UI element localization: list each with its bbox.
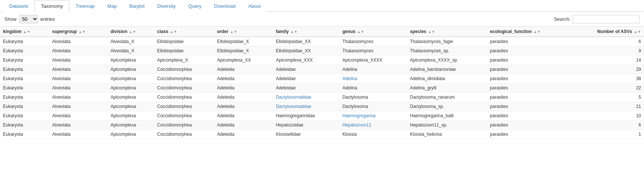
cell-order: Adeleida [214,121,273,130]
cell-genus[interactable]: Adelina [339,74,407,83]
cell-family: Adeleidae [273,83,339,93]
tab-download[interactable]: Download [208,0,242,12]
cell-family: Klossiellidae [273,130,339,139]
col-supergroup[interactable]: supergroup▲▼ [49,27,108,37]
header-row: kingdom▲▼supergroup▲▼division▲▼class▲▼or… [0,27,644,37]
cell-family: Adeleidae [273,74,339,83]
cell-kingdom: Eukaryota [0,111,49,121]
cell-kingdom: Eukaryota [0,74,49,83]
cell-kingdom: Eukaryota [0,130,49,139]
data-table: kingdom▲▼supergroup▲▼division▲▼class▲▼or… [0,26,644,139]
cell-species: Haemogregarina_balli [407,111,487,121]
table-body: EukaryotaAlveolataAlveolata_XEllobiopsid… [0,37,644,139]
table-row: EukaryotaAlveolataApicomplexaCoccidiomor… [0,93,644,102]
cell-asv_count: 10 [571,111,644,121]
cell-class: Apicomplexa_X [154,56,214,65]
cell-division: Apicomplexa [108,74,154,83]
show-label: Show [4,16,17,22]
cell-kingdom: Eukaryota [0,83,49,93]
cell-supergroup: Alveolata [49,121,108,130]
cell-genus[interactable]: Hepatozoon11 [339,121,407,130]
sort-icon: ▲▼ [533,30,541,34]
cell-supergroup: Alveolata [49,83,108,93]
cell-order: Adeleida [214,111,273,121]
cell-ecological_function: parasites [487,46,571,56]
cell-supergroup: Alveolata [49,65,108,74]
cell-kingdom: Eukaryota [0,102,49,111]
col-number-of-asvs[interactable]: Number of ASVs▲▼ [571,27,644,37]
table-row: EukaryotaAlveolataApicomplexaCoccidiomor… [0,65,644,74]
entries-select[interactable]: 102550100 [19,15,38,23]
cell-genus[interactable]: Haemogregarina [339,111,407,121]
cell-class: Coccidiomorphea [154,102,214,111]
cell-species: Adelina_dimidiata [407,74,487,83]
cell-order: Adeleida [214,83,273,93]
cell-supergroup: Alveolata [49,130,108,139]
cell-division: Apicomplexa [108,102,154,111]
tab-about[interactable]: About [242,0,267,12]
cell-class: Coccidiomorphea [154,65,214,74]
sort-icon: ▲▼ [428,30,435,34]
cell-species: Adelina_bambarooniae [407,65,487,74]
cell-asv_count: 38 [571,74,644,83]
col-division[interactable]: division▲▼ [108,27,154,37]
tab-query[interactable]: Query [182,0,207,12]
cell-family[interactable]: Dactylosomatidae [273,102,339,111]
col-order[interactable]: order▲▼ [214,27,273,37]
cell-species: Dactylosoma_sp. [407,102,487,111]
cell-species: Thalassomyces_fagei [407,37,487,46]
cell-ecological_function: parasites [487,65,571,74]
cell-division: Alveolata_X [108,46,154,56]
table-row: EukaryotaAlveolataApicomplexaCoccidiomor… [0,130,644,139]
cell-kingdom: Eukaryota [0,93,49,102]
cell-ecological_function: parasites [487,74,571,83]
cell-family[interactable]: Dactylosomatidae [273,93,339,102]
table-row: EukaryotaAlveolataAlveolata_XEllobiopsid… [0,37,644,46]
cell-class: Ellobiopsidae [154,37,214,46]
sort-icon: ▲▼ [357,30,365,34]
col-kingdom[interactable]: kingdom▲▼ [0,27,49,37]
cell-order: Apicomplexa_XX [214,56,273,65]
cell-family: Adeleidae [273,65,339,74]
cell-supergroup: Alveolata [49,111,108,121]
col-class[interactable]: class▲▼ [154,27,214,37]
tab-diversity[interactable]: Diversity [151,0,182,12]
search-input[interactable] [573,15,640,23]
cell-supergroup: Alveolata [49,46,108,56]
sort-icon: ▲▼ [170,30,177,34]
cell-asv_count: 6 [571,121,644,130]
cell-supergroup: Alveolata [49,102,108,111]
cell-supergroup: Alveolata [49,56,108,65]
cell-division: Apicomplexa [108,65,154,74]
tab-treemap[interactable]: Treemap [69,0,101,12]
cell-asv_count: 1 [571,130,644,139]
cell-ecological_function: parasites [487,111,571,121]
col-genus[interactable]: genus▲▼ [339,27,407,37]
tab-datasets[interactable]: Datasets [3,0,35,12]
sort-icon: ▲▼ [78,30,86,34]
cell-species: Dactylosoma_ranarum [407,93,487,102]
cell-asv_count: 9 [571,46,644,56]
cell-family: Haemogregarinidae [273,111,339,121]
tabs-bar: DatasetsTaxonomyTreemapMapBarplotDiversi… [0,0,644,12]
col-family[interactable]: family▲▼ [273,27,339,37]
cell-asv_count: 5 [571,93,644,102]
col-species[interactable]: species▲▼ [407,27,487,37]
cell-order: Ellobiopsidae_X [214,37,273,46]
col-ecological_function[interactable]: ecological_function▲▼ [487,27,571,37]
tab-map[interactable]: Map [101,0,123,12]
tab-barplot[interactable]: Barplot [123,0,151,12]
cell-class: Coccidiomorphea [154,130,214,139]
sort-icon: ▲▼ [230,30,237,34]
cell-division: Apicomplexa [108,93,154,102]
cell-division: Apicomplexa [108,111,154,121]
tab-taxonomy[interactable]: Taxonomy [35,0,69,12]
table-row: EukaryotaAlveolataApicomplexaCoccidiomor… [0,102,644,111]
cell-ecological_function: parasites [487,56,571,65]
cell-class: Coccidiomorphea [154,121,214,130]
cell-ecological_function: parasites [487,93,571,102]
cell-species: Adelina_grylli [407,83,487,93]
cell-class: Coccidiomorphea [154,74,214,83]
table-header: kingdom▲▼supergroup▲▼division▲▼class▲▼or… [0,27,644,37]
cell-asv_count: 6 [571,37,644,46]
